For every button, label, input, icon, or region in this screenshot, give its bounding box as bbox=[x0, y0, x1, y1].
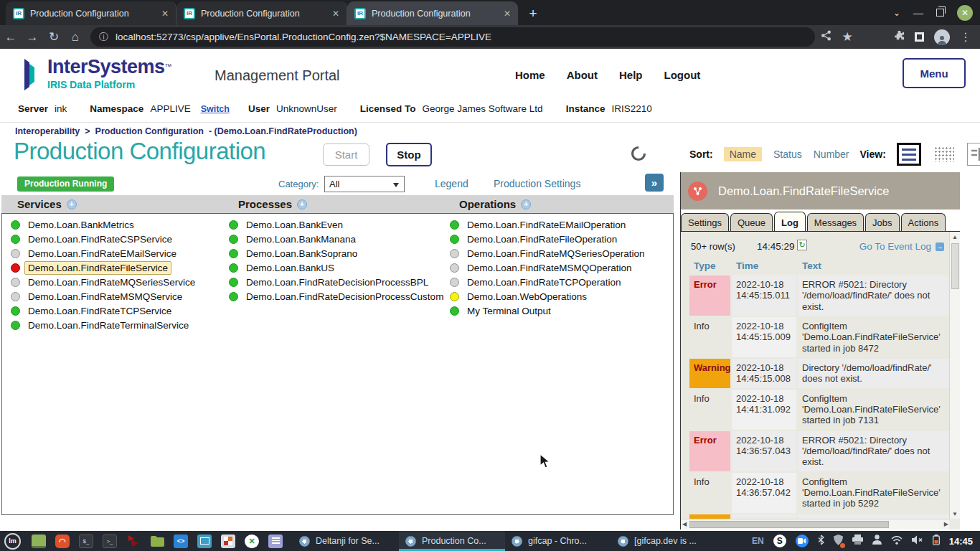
process-item[interactable]: Demo.Loan.BankManana bbox=[229, 232, 443, 246]
browser-tab[interactable]: Production Configuration bbox=[6, 1, 176, 25]
deltanji-icon[interactable] bbox=[126, 534, 141, 548]
detail-tab[interactable]: Queue bbox=[730, 213, 773, 231]
horizontal-scroll-thumb[interactable] bbox=[689, 521, 889, 528]
service-item[interactable]: Demo.Loan.FindRateCSPService bbox=[11, 232, 222, 246]
service-item[interactable]: Demo.Loan.FindRateFileService bbox=[11, 260, 222, 275]
maximize-icon[interactable] bbox=[936, 9, 944, 17]
taskbar-clock[interactable]: 14:45 bbox=[949, 536, 973, 547]
taskbar-window-button[interactable]: [gifcap.dev is ... bbox=[611, 531, 717, 551]
terminal-prompt-icon[interactable]: >_ bbox=[103, 534, 117, 548]
tab-close-icon[interactable] bbox=[504, 9, 511, 19]
vertical-scroll-thumb[interactable] bbox=[951, 243, 959, 289]
tab-close-icon[interactable] bbox=[332, 9, 339, 19]
address-bar[interactable]: ⓘ localhost:52773/csp/applive/EnsPortal.… bbox=[90, 27, 815, 47]
side-panel-icon[interactable] bbox=[915, 32, 924, 42]
detail-tab[interactable]: Log bbox=[774, 212, 806, 231]
zoom-icon[interactable] bbox=[796, 534, 809, 547]
nav-link[interactable]: Home bbox=[515, 69, 545, 81]
terminal-dollar-icon[interactable]: $_ bbox=[79, 534, 93, 548]
tab-close-icon[interactable] bbox=[161, 9, 169, 19]
sort-option[interactable]: Name bbox=[724, 147, 762, 161]
browser-tab[interactable]: Production Configuration bbox=[176, 1, 347, 25]
calculator-icon[interactable] bbox=[221, 534, 235, 548]
nav-link[interactable]: Help bbox=[619, 69, 643, 81]
site-info-icon[interactable]: ⓘ bbox=[99, 31, 108, 44]
minimize-icon[interactable]: — bbox=[913, 7, 923, 19]
log-refresh-icon[interactable]: ↻ bbox=[797, 240, 807, 250]
add-service-button[interactable]: + bbox=[67, 199, 77, 209]
process-item[interactable]: Demo.Loan.BankEven bbox=[229, 217, 443, 232]
add-operation-button[interactable]: + bbox=[521, 199, 531, 209]
scroll-down-icon[interactable]: ▼ bbox=[950, 511, 960, 517]
nav-link[interactable]: Logout bbox=[664, 69, 701, 81]
notes-icon[interactable] bbox=[268, 534, 283, 548]
process-item[interactable]: Demo.Loan.FindRateDecisionProcessBPL bbox=[229, 275, 443, 289]
sort-option[interactable]: Status bbox=[773, 149, 802, 160]
file-manager-icon[interactable] bbox=[150, 534, 164, 548]
extensions-puzzle-icon[interactable] bbox=[894, 30, 905, 44]
taskbar-window-button[interactable]: Deltanji for Se... bbox=[293, 531, 399, 551]
stop-button[interactable]: Stop bbox=[386, 143, 432, 166]
view-list-button[interactable] bbox=[897, 143, 921, 166]
operation-item[interactable]: Demo.Loan.FindRateMSMQOperation bbox=[450, 260, 673, 275]
operation-item[interactable]: Demo.Loan.FindRateMQSeriesOperation bbox=[450, 246, 673, 260]
breadcrumb-production-configuration[interactable]: Production Configuration bbox=[95, 126, 204, 136]
service-item[interactable]: Demo.Loan.FindRateTerminalService bbox=[11, 318, 222, 332]
reload-icon[interactable]: ↻ bbox=[43, 29, 65, 44]
process-item[interactable]: Demo.Loan.FindRateDecisionProcessCustom bbox=[229, 289, 443, 303]
back-icon[interactable]: ← bbox=[0, 30, 22, 44]
legend-link[interactable]: Legend bbox=[435, 178, 468, 189]
service-item[interactable]: Demo.Loan.FindRateTCPService bbox=[11, 303, 222, 318]
operation-item[interactable]: Demo.Loan.FindRateFileOperation bbox=[450, 232, 673, 246]
service-item[interactable]: Demo.Loan.BankMetrics bbox=[11, 217, 222, 232]
breadcrumb-interoperability[interactable]: Interoperability bbox=[15, 126, 80, 136]
new-tab-button[interactable]: + bbox=[524, 4, 542, 23]
taskbar-window-button[interactable]: Production Co... bbox=[399, 531, 505, 551]
operation-item[interactable]: Demo.Loan.WebOperations bbox=[450, 289, 673, 303]
profile-avatar[interactable] bbox=[934, 29, 950, 45]
vscode-icon[interactable]: <> bbox=[174, 534, 188, 548]
bookmark-star-icon[interactable]: ★ bbox=[837, 29, 858, 44]
shield-icon[interactable] bbox=[834, 534, 843, 548]
show-desktop-icon[interactable] bbox=[32, 534, 46, 548]
start-button[interactable]: Start bbox=[323, 143, 369, 166]
browser-tab[interactable]: Production Configuration bbox=[347, 1, 518, 25]
language-indicator[interactable]: EN bbox=[752, 536, 764, 546]
production-settings-link[interactable]: Production Settings bbox=[494, 178, 580, 189]
detail-tab[interactable]: Settings bbox=[681, 213, 729, 231]
detail-tab[interactable]: Actions bbox=[901, 213, 946, 231]
volume-muted-icon[interactable] bbox=[912, 534, 923, 547]
expand-panel-button[interactable]: » bbox=[645, 174, 664, 192]
browser-menu-icon[interactable]: ⋮ bbox=[960, 30, 971, 44]
menu-button[interactable]: Menu bbox=[903, 58, 966, 88]
share-icon[interactable] bbox=[815, 30, 837, 44]
vertical-scrollbar[interactable]: ▲ ▼ bbox=[949, 232, 960, 519]
sort-option[interactable]: Number bbox=[814, 149, 849, 160]
media-app-icon[interactable]: ◠ bbox=[55, 534, 70, 548]
printer-icon[interactable] bbox=[852, 534, 863, 547]
add-process-button[interactable]: + bbox=[297, 199, 307, 209]
detail-tab[interactable]: Messages bbox=[807, 213, 864, 231]
tab-search-icon[interactable]: ⌄ bbox=[893, 8, 900, 18]
mint-menu-icon[interactable]: lm bbox=[4, 533, 21, 550]
view-split-button[interactable] bbox=[967, 143, 980, 166]
s-app-icon[interactable]: S bbox=[773, 534, 786, 547]
bluetooth-icon[interactable] bbox=[818, 534, 824, 548]
wifi-icon[interactable] bbox=[891, 534, 903, 547]
scroll-up-icon[interactable]: ▲ bbox=[950, 234, 960, 240]
service-item[interactable]: Demo.Loan.FindRateMSMQService bbox=[11, 289, 222, 303]
forward-icon[interactable]: → bbox=[22, 30, 43, 44]
switch-link[interactable]: Switch bbox=[201, 104, 230, 114]
operation-item[interactable]: My Terminal Output bbox=[450, 303, 673, 318]
process-item[interactable]: Demo.Loan.BankUS bbox=[229, 260, 443, 275]
battery-icon[interactable] bbox=[933, 534, 940, 548]
office-x-icon[interactable]: ✕ bbox=[245, 534, 259, 548]
category-select[interactable]: All bbox=[324, 176, 405, 192]
user-icon[interactable] bbox=[872, 534, 882, 547]
home-icon[interactable]: ⌂ bbox=[65, 30, 86, 44]
operation-item[interactable]: Demo.Loan.FindRateTCPOperation bbox=[450, 275, 673, 289]
system-monitor-icon[interactable] bbox=[197, 534, 212, 548]
scroll-left-icon[interactable]: ◀ bbox=[682, 521, 687, 527]
service-item[interactable]: Demo.Loan.FindRateEMailService bbox=[11, 246, 222, 260]
process-item[interactable]: Demo.Loan.BankSoprano bbox=[229, 246, 443, 260]
